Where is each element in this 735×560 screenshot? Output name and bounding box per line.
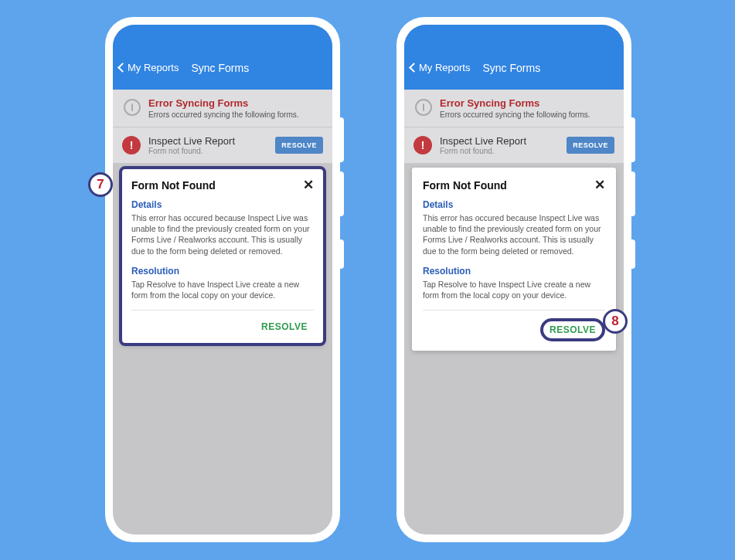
card-title: Form Not Found — [131, 179, 216, 192]
details-body: This error has occured because Inspect L… — [131, 212, 314, 256]
warning-icon — [124, 99, 141, 116]
resolution-heading: Resolution — [423, 266, 605, 277]
back-label: My Reports — [128, 62, 179, 73]
resolve-button[interactable]: RESOLVE — [255, 318, 314, 335]
back-button[interactable]: My Reports — [119, 62, 179, 73]
error-banner-title: Error Syncing Forms — [440, 97, 613, 109]
form-not-found-card: Form Not Found ✕ Details This error has … — [121, 168, 325, 344]
form-error-item: ! Inspect Live Report Form not found. RE… — [113, 127, 332, 163]
item-title: Inspect Live Report — [440, 135, 559, 147]
back-button[interactable]: My Reports — [410, 62, 470, 73]
error-banner-subtitle: Errors occurred syncing the following fo… — [148, 110, 322, 119]
alert-icon: ! — [122, 136, 141, 154]
form-error-item: ! Inspect Live Report Form not found. RE… — [404, 127, 624, 163]
details-heading: Details — [423, 199, 605, 210]
page-title: Sync Forms — [482, 62, 540, 74]
nav-bar: My Reports Sync Forms — [113, 62, 332, 90]
close-icon[interactable]: ✕ — [594, 178, 605, 192]
resolve-pill-button[interactable]: RESOLVE — [275, 137, 323, 154]
phone-side-button — [631, 239, 635, 269]
chevron-left-icon — [117, 63, 128, 73]
back-label: My Reports — [419, 62, 470, 73]
phone-mock-left: My Reports Sync Forms Error Syncing Form… — [105, 17, 340, 542]
screen: My Reports Sync Forms Error Syncing Form… — [113, 25, 332, 535]
status-bar — [113, 25, 332, 62]
resolve-button[interactable]: RESOLVE — [540, 318, 605, 341]
step-callout-7: 7 — [88, 172, 113, 197]
form-not-found-card: Form Not Found ✕ Details This error has … — [412, 168, 616, 351]
status-bar — [404, 25, 624, 62]
alert-icon: ! — [413, 136, 432, 154]
item-subtitle: Form not found. — [148, 147, 267, 155]
screen: My Reports Sync Forms Error Syncing Form… — [404, 25, 624, 535]
details-body: This error has occured because Inspect L… — [423, 212, 605, 256]
page-title: Sync Forms — [191, 62, 249, 74]
card-title: Form Not Found — [423, 179, 507, 192]
chevron-left-icon — [409, 63, 419, 73]
error-banner: Error Syncing Forms Errors occurred sync… — [113, 90, 332, 127]
tutorial-canvas: 7 8 My Reports Sync Forms Error Syncing … — [0, 0, 735, 560]
error-banner-title: Error Syncing Forms — [148, 97, 322, 109]
warning-icon — [415, 99, 432, 116]
resolution-body: Tap Resolve to have Inspect Live create … — [423, 279, 605, 300]
phone-side-button — [340, 171, 344, 216]
error-banner: Error Syncing Forms Errors occurred sync… — [404, 90, 624, 127]
step-callout-8: 8 — [603, 309, 628, 334]
resolve-pill-button[interactable]: RESOLVE — [567, 137, 614, 154]
nav-bar: My Reports Sync Forms — [404, 62, 624, 90]
phone-side-button — [340, 117, 344, 162]
resolution-body: Tap Resolve to have Inspect Live create … — [131, 279, 314, 300]
close-icon[interactable]: ✕ — [303, 178, 314, 192]
phone-side-button — [340, 239, 344, 269]
details-heading: Details — [131, 199, 314, 210]
item-title: Inspect Live Report — [148, 135, 267, 147]
phone-mock-right: My Reports Sync Forms Error Syncing Form… — [396, 17, 631, 542]
phone-side-button — [631, 117, 635, 162]
item-subtitle: Form not found. — [440, 147, 559, 155]
phone-side-button — [631, 171, 635, 216]
error-banner-subtitle: Errors occurred syncing the following fo… — [440, 110, 613, 119]
resolution-heading: Resolution — [131, 266, 314, 277]
